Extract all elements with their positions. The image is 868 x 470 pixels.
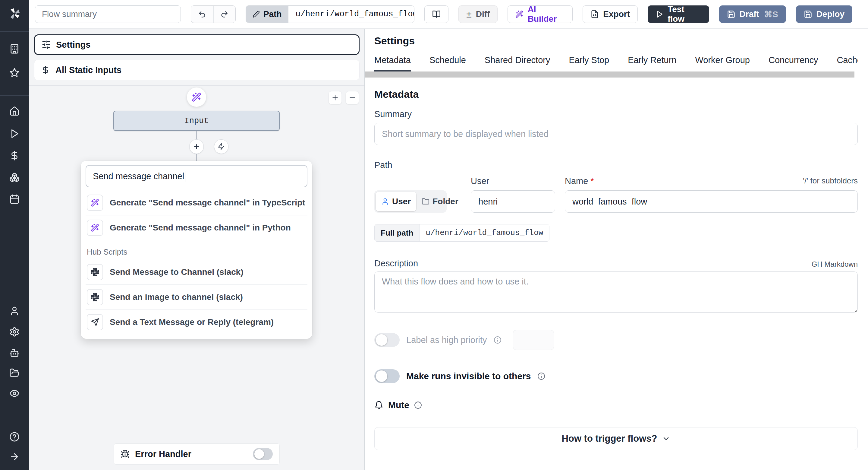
subfolder-hint: '/' for subfolders <box>803 176 858 186</box>
add-trigger-button[interactable] <box>214 139 228 154</box>
tab-early-return[interactable]: Early Return <box>628 55 676 71</box>
plus-icon <box>331 94 339 102</box>
settings-panel-title: Settings <box>374 35 858 47</box>
info-icon[interactable] <box>494 336 501 344</box>
home-icon[interactable] <box>7 104 22 119</box>
docs-button[interactable] <box>424 5 448 23</box>
flow-path-control[interactable]: Path u/henri/world_famous_flow <box>246 5 414 23</box>
path-chip-label: Path <box>264 9 282 19</box>
tabs-scrollbar[interactable] <box>365 71 868 78</box>
owner-folder-option[interactable]: Folder <box>416 192 464 211</box>
workspace-building-icon[interactable] <box>7 41 22 57</box>
sidebar <box>0 0 29 470</box>
add-step-button[interactable] <box>189 139 204 154</box>
info-icon[interactable] <box>537 372 545 380</box>
suggestion-generate-typescript[interactable]: Generate "Send message channel" in TypeS… <box>86 190 307 215</box>
flow-settings-card[interactable]: Settings <box>34 34 360 55</box>
telegram-send-icon <box>87 314 103 330</box>
draft-shortcut: ⌘S <box>764 9 778 19</box>
draft-label: Draft <box>740 9 759 19</box>
path-section-label: Path <box>374 160 858 170</box>
tab-concurrency[interactable]: Concurrency <box>769 55 818 71</box>
description-textarea[interactable] <box>374 271 858 313</box>
full-path-value: u/henri/world_famous_flow <box>420 225 549 241</box>
file-code-icon <box>590 10 599 19</box>
tab-metadata[interactable]: Metadata <box>374 55 411 71</box>
name-input[interactable] <box>565 190 858 213</box>
settings-gear-icon[interactable] <box>7 324 22 340</box>
suggestion-label: Generate "Send message channel" in Pytho… <box>110 223 291 233</box>
owner-user-label: User <box>392 197 411 206</box>
error-handler-node[interactable]: Error Handler <box>114 443 280 465</box>
scrollbar-thumb[interactable] <box>365 71 855 78</box>
minus-icon <box>348 94 356 102</box>
wand-sparkles-icon <box>516 10 523 19</box>
schedules-calendar-icon[interactable] <box>7 191 22 207</box>
settings-panel: Settings Metadata Schedule Shared Direct… <box>365 29 868 470</box>
users-person-icon[interactable] <box>7 303 22 319</box>
description-label: Description <box>374 259 418 268</box>
ai-builder-button[interactable]: AI Builder <box>507 5 572 23</box>
tab-cache[interactable]: Cache <box>837 55 858 71</box>
owner-folder-label: Folder <box>433 197 458 206</box>
top-toolbar: Path u/henri/world_famous_flow ± Diff AI… <box>29 0 868 29</box>
priority-value-input <box>513 330 554 350</box>
favorites-star-icon[interactable] <box>7 65 22 81</box>
path-edit-chip[interactable]: Path <box>246 6 288 23</box>
draft-button[interactable]: Draft ⌘S <box>719 5 786 23</box>
all-static-inputs-card[interactable]: All Static Inputs <box>34 60 360 80</box>
audit-logs-eye-icon[interactable] <box>7 385 22 401</box>
input-node[interactable]: Input <box>113 111 280 131</box>
deploy-button[interactable]: Deploy <box>796 5 852 23</box>
step-search-value: Send message channel <box>93 171 184 181</box>
tab-shared-directory[interactable]: Shared Directory <box>485 55 550 71</box>
wand-sparkles-icon <box>87 219 103 236</box>
step-search-input[interactable]: Send message channel <box>86 165 307 187</box>
flow-graph-canvas[interactable]: Input Send message channel <box>29 85 364 470</box>
suggestion-label: Generate "Send message channel" in TypeS… <box>110 198 305 208</box>
hub-script-label: Send an image to channel (slack) <box>110 292 243 302</box>
expand-sidebar-arrow-icon[interactable] <box>7 449 22 465</box>
high-priority-toggle[interactable] <box>374 333 400 347</box>
help-icon[interactable] <box>7 429 22 445</box>
export-button[interactable]: Export <box>583 5 638 23</box>
info-icon[interactable] <box>414 401 422 409</box>
tab-early-stop[interactable]: Early Stop <box>569 55 609 71</box>
folders-icon[interactable] <box>7 365 22 381</box>
resources-boxes-icon[interactable] <box>7 170 22 185</box>
redo-button[interactable] <box>213 6 236 23</box>
suggestion-generate-python[interactable]: Generate "Send message channel" in Pytho… <box>86 215 307 240</box>
how-to-trigger-flows-button[interactable]: How to trigger flows? <box>374 427 858 450</box>
full-path-label: Full path <box>375 225 420 241</box>
hub-script-slack-image[interactable]: Send an image to channel (slack) <box>86 285 307 310</box>
flow-summary-input[interactable] <box>35 5 181 23</box>
tab-worker-group[interactable]: Worker Group <box>695 55 750 71</box>
user-icon <box>381 198 389 205</box>
windmill-logo[interactable] <box>7 7 22 21</box>
zoom-in-button[interactable] <box>329 91 342 105</box>
workers-robot-icon[interactable] <box>7 345 22 361</box>
sidebar-divider <box>0 95 29 96</box>
owner-user-option[interactable]: User <box>376 192 416 211</box>
chevron-down-icon <box>662 434 670 443</box>
summary-input[interactable] <box>374 123 858 145</box>
diff-button[interactable]: ± Diff <box>458 5 498 23</box>
full-path-display: Full path u/henri/world_famous_flow <box>374 224 550 242</box>
ai-flow-builder-node-button[interactable] <box>187 87 206 107</box>
hub-script-slack-message[interactable]: Send Message to Channel (slack) <box>86 260 307 285</box>
undo-button[interactable] <box>191 6 213 23</box>
owner-kind-segmented-control: User Folder <box>374 190 447 213</box>
tab-schedule[interactable]: Schedule <box>430 55 466 71</box>
hub-script-telegram-message[interactable]: Send a Text Message or Reply (telegram) <box>86 310 307 334</box>
wand-sparkles-icon <box>192 92 201 102</box>
pen-icon <box>253 10 260 18</box>
zoom-out-button[interactable] <box>346 91 359 105</box>
error-handler-toggle[interactable] <box>253 448 273 460</box>
test-flow-button[interactable]: Test flow <box>648 5 709 23</box>
user-input[interactable] <box>471 190 555 213</box>
invisible-runs-toggle[interactable] <box>374 369 400 383</box>
slack-icon <box>87 264 103 280</box>
runs-play-icon[interactable] <box>7 126 22 142</box>
hub-script-label: Send a Text Message or Reply (telegram) <box>110 317 274 327</box>
variables-dollar-icon[interactable] <box>7 148 22 164</box>
